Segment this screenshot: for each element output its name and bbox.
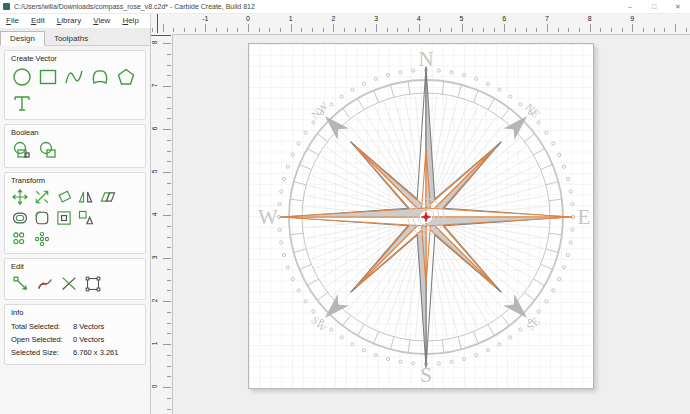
transform-circular-array-icon[interactable] [33, 230, 51, 248]
section-label: Create Vector [11, 54, 139, 63]
open-selected-value: 0 Vectors [73, 333, 104, 346]
vertical-ruler: 876543210 [150, 34, 173, 414]
create-polygon-icon[interactable] [115, 66, 137, 88]
transform-rotate-icon[interactable] [55, 188, 73, 206]
design-panel: Create Vector Boolean Transform [0, 50, 150, 414]
transform-fillet-icon[interactable] [33, 209, 51, 227]
menu-file[interactable]: File [0, 16, 25, 25]
boolean-subtract-icon[interactable] [37, 140, 59, 162]
section-label: Boolean [11, 128, 139, 137]
menu-view[interactable]: View [87, 16, 116, 25]
info-selected-size: Selected Size: 6.760 x 3.261 [11, 346, 139, 359]
transform-linear-array-icon[interactable] [11, 230, 29, 248]
app-icon [3, 3, 10, 10]
menu-edit[interactable]: Edit [25, 16, 51, 25]
transform-move-icon[interactable] [11, 188, 29, 206]
transform-offset-icon[interactable] [11, 209, 29, 227]
svg-text:W: W [258, 205, 278, 229]
title-bar: C:/Users/willa/Downloads/compass_rose_v8… [0, 0, 690, 14]
sidebar-tabs: Design Toolpaths [0, 28, 150, 46]
close-icon[interactable]: ✕ [666, 0, 690, 13]
transform-nest-icon[interactable] [77, 209, 95, 227]
horizontal-ruler: -10123456789 [150, 13, 690, 35]
ruler-position-marker-y [150, 35, 171, 36]
transform-align-icon[interactable] [55, 209, 73, 227]
section-edit: Edit [4, 258, 146, 300]
transform-mirror-icon[interactable] [77, 188, 95, 206]
edit-boundary-icon[interactable] [83, 274, 103, 294]
total-selected-value: 8 Vectors [73, 320, 104, 333]
section-label: Transform [11, 176, 139, 185]
design-canvas[interactable]: NESWNESESWNW [172, 34, 690, 414]
selected-size-value: 6.760 x 3.261 [73, 346, 118, 359]
tab-toolpaths[interactable]: Toolpaths [45, 32, 97, 45]
minimize-icon[interactable]: – [618, 0, 642, 13]
stock-page[interactable]: NESWNESESWNW [248, 43, 594, 389]
window-title: C:/Users/willa/Downloads/compass_rose_v8… [14, 3, 618, 10]
menu-help[interactable]: Help [116, 16, 144, 25]
create-shape-icon[interactable] [89, 66, 111, 88]
section-label: Info [11, 308, 139, 317]
svg-text:E: E [578, 205, 591, 229]
sidebar: Design Toolpaths Create Vector Boolean T… [0, 28, 151, 414]
transform-shear-icon[interactable] [99, 188, 117, 206]
section-info: Info Total Selected: 8 Vectors Open Sele… [4, 304, 146, 365]
section-create-vector: Create Vector [4, 50, 146, 120]
create-curve-icon[interactable] [63, 66, 85, 88]
transform-scale-icon[interactable] [33, 188, 51, 206]
create-rectangle-icon[interactable] [37, 66, 59, 88]
menu-library[interactable]: Library [51, 16, 87, 25]
edit-curve-icon[interactable] [35, 274, 55, 294]
tab-design[interactable]: Design [0, 31, 45, 46]
section-boolean: Boolean [4, 124, 146, 168]
maximize-icon[interactable]: □ [642, 0, 666, 13]
section-label: Edit [11, 262, 139, 271]
section-transform: Transform [4, 172, 146, 254]
edit-trim-icon[interactable] [59, 274, 79, 294]
compass-rose-drawing[interactable]: NESWNESESWNW [249, 44, 593, 388]
create-circle-icon[interactable] [11, 66, 33, 88]
boolean-union-icon[interactable] [11, 140, 33, 162]
ruler-position-marker-x [157, 14, 158, 33]
info-total-selected: Total Selected: 8 Vectors [11, 320, 139, 333]
edit-nodes-icon[interactable] [11, 274, 31, 294]
info-open-selected: Open Selected: 0 Vectors [11, 333, 139, 346]
create-text-icon[interactable] [11, 92, 33, 114]
menu-bar: File Edit Library View Help [0, 13, 150, 28]
